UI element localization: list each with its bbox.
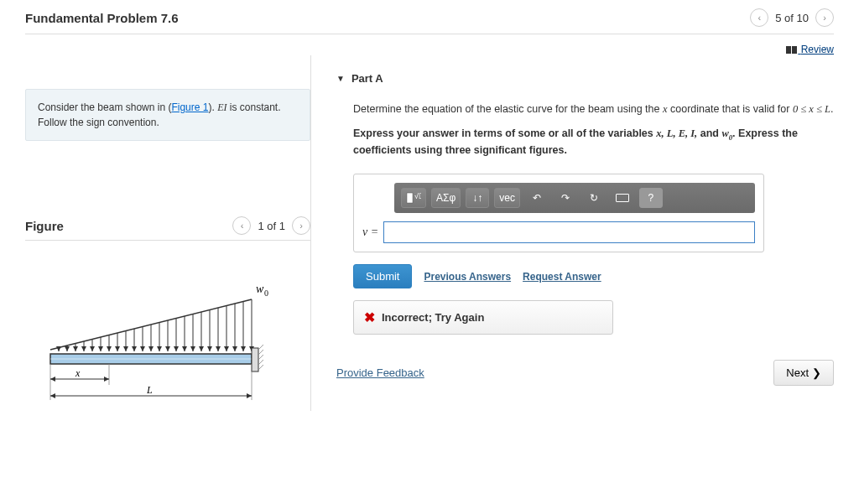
- beam-figure: w 0 x: [25, 283, 310, 411]
- svg-marker-43: [190, 346, 195, 351]
- answer-input[interactable]: [383, 221, 755, 243]
- svg-marker-37: [140, 346, 145, 351]
- variable-label: v =: [362, 226, 378, 239]
- equation-toolbar: √☐ ΑΣφ ↓↑ vec ↶ ↷ ↻ ?: [394, 183, 755, 213]
- svg-marker-40: [165, 346, 170, 351]
- svg-marker-49: [241, 346, 246, 351]
- svg-line-56: [258, 355, 263, 360]
- svg-text:w: w: [256, 283, 264, 295]
- prev-problem-button[interactable]: ‹: [750, 8, 768, 27]
- next-button[interactable]: Next ❯: [773, 360, 834, 386]
- svg-marker-29: [73, 346, 78, 351]
- figure-position: 1 of 1: [258, 220, 285, 232]
- svg-marker-38: [148, 346, 154, 351]
- svg-rect-53: [252, 348, 258, 372]
- svg-line-54: [258, 345, 263, 350]
- svg-text:0: 0: [264, 288, 268, 298]
- review-label: Review: [801, 44, 834, 55]
- svg-marker-48: [232, 346, 237, 351]
- reset-button[interactable]: ↻: [582, 188, 606, 208]
- answer-panel: √☐ ΑΣφ ↓↑ vec ↶ ↷ ↻ ? v =: [353, 174, 764, 252]
- keyboard-icon: [616, 194, 629, 202]
- figure-link[interactable]: Figure 1: [171, 101, 208, 113]
- svg-marker-31: [90, 346, 95, 351]
- collapse-icon: ▼: [336, 74, 345, 83]
- svg-marker-30: [81, 346, 86, 351]
- svg-marker-32: [98, 346, 103, 351]
- svg-marker-28: [65, 346, 70, 351]
- svg-marker-64: [104, 377, 109, 382]
- problem-nav: ‹ 5 of 10 ›: [750, 8, 834, 27]
- svg-marker-39: [157, 346, 162, 351]
- svg-marker-33: [107, 346, 112, 351]
- info-text: ).: [208, 101, 217, 113]
- provide-feedback-link[interactable]: Provide Feedback: [336, 366, 424, 379]
- submit-button[interactable]: Submit: [353, 264, 412, 288]
- svg-marker-35: [123, 346, 128, 351]
- figure-heading: Figure: [25, 219, 64, 233]
- svg-marker-36: [132, 346, 137, 351]
- subscript-button[interactable]: ↓↑: [466, 188, 489, 208]
- review-link[interactable]: Review: [786, 44, 834, 55]
- svg-rect-70: [407, 193, 413, 203]
- review-icon: [792, 46, 797, 54]
- chevron-right-icon: ❯: [812, 366, 821, 379]
- figure-nav: ‹ 1 of 1 ›: [232, 216, 310, 235]
- question-text: Determine the equation of the elastic cu…: [336, 101, 834, 117]
- svg-text:√☐: √☐: [414, 192, 421, 200]
- svg-marker-45: [207, 346, 212, 351]
- svg-text:x: x: [75, 367, 81, 379]
- undo-button[interactable]: ↶: [525, 188, 549, 208]
- next-label: Next: [786, 366, 809, 379]
- svg-marker-27: [56, 346, 61, 351]
- part-header[interactable]: ▼ Part A: [336, 72, 834, 85]
- feedback-text: Incorrect; Try Again: [382, 311, 484, 324]
- svg-marker-68: [247, 393, 252, 398]
- template-picker-button[interactable]: √☐: [401, 188, 426, 208]
- keyboard-button[interactable]: [611, 188, 634, 208]
- prev-figure-button[interactable]: ‹: [232, 216, 251, 235]
- review-icon: [786, 46, 791, 54]
- greek-button[interactable]: ΑΣφ: [431, 188, 461, 208]
- request-answer-link[interactable]: Request Answer: [523, 271, 601, 283]
- help-button[interactable]: ?: [639, 188, 663, 208]
- info-ei: EI: [217, 101, 226, 113]
- svg-marker-47: [224, 346, 229, 351]
- svg-marker-44: [199, 346, 204, 351]
- svg-line-55: [258, 350, 263, 355]
- part-label: Part A: [351, 72, 383, 85]
- problem-statement: Consider the beam shown in (Figure 1). E…: [25, 89, 310, 141]
- svg-marker-63: [50, 377, 55, 382]
- problem-position: 5 of 10: [775, 12, 809, 24]
- svg-line-58: [258, 365, 263, 370]
- svg-marker-46: [216, 346, 221, 351]
- divider: [25, 240, 310, 241]
- svg-marker-34: [115, 346, 120, 351]
- next-problem-button[interactable]: ›: [815, 8, 834, 27]
- feedback-box: ✖ Incorrect; Try Again: [353, 300, 613, 335]
- svg-line-57: [258, 360, 263, 365]
- page-title: Fundamental Problem 7.6: [25, 11, 179, 25]
- vector-button[interactable]: vec: [494, 188, 520, 208]
- previous-answers-link[interactable]: Previous Answers: [424, 271, 511, 283]
- next-figure-button[interactable]: ›: [292, 216, 310, 235]
- svg-text:L: L: [146, 384, 153, 396]
- redo-button[interactable]: ↷: [554, 188, 577, 208]
- svg-marker-42: [182, 346, 187, 351]
- incorrect-icon: ✖: [364, 309, 375, 325]
- info-text: Consider the beam shown in (: [38, 101, 171, 113]
- svg-marker-67: [50, 393, 55, 398]
- instruction-text: Express your answer in terms of some or …: [336, 126, 834, 158]
- svg-marker-41: [174, 346, 179, 351]
